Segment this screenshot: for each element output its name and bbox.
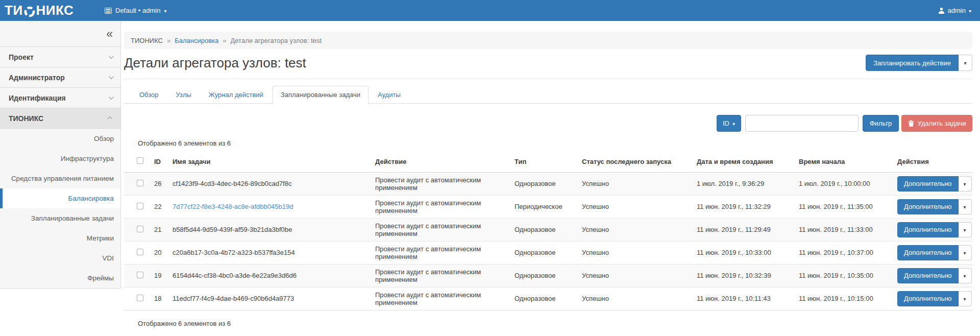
cell-type: Одноразовое [510, 264, 578, 287]
filter-field-dropdown[interactable]: ID ▾ [717, 115, 741, 132]
task-table-body: 26 cf1423f9-4cd3-4dec-b426-89cb0cad7f8c … [124, 172, 972, 310]
tab-label[interactable]: Запланированные задачи [273, 86, 369, 104]
more-actions-button[interactable]: Дополнительно [897, 199, 959, 214]
cell-id: 22 [150, 195, 168, 218]
user-name: admin [948, 7, 966, 14]
tab-журнал-действий[interactable]: Журнал действий [201, 86, 272, 104]
sidebar-item-балансировка[interactable]: Балансировка [0, 188, 120, 208]
project-context-dropdown[interactable]: Default • admin ▾ [105, 0, 166, 21]
search-input[interactable] [745, 115, 859, 132]
more-actions-button[interactable]: Дополнительно [897, 268, 959, 283]
cell-type: Одноразовое [510, 287, 578, 310]
sidebar-item-средства-управления-питанием[interactable]: Средства управления питанием [0, 169, 120, 188]
more-actions-button[interactable]: Дополнительно [897, 176, 959, 191]
breadcrumb-link[interactable]: Балансировка [175, 37, 218, 44]
panel-icon [105, 8, 112, 14]
cell-task-name: cf1423f9-4cd3-4dec-b426-89cb0cad7f8c [168, 172, 371, 195]
cell-task-name: 11edcf77-f4c9-4dae-b469-c90b6d4a9773 [168, 287, 371, 310]
items-count-top: Отображено 6 элементов из 6 [138, 139, 972, 147]
row-actions-split-button: Дополнительно ▾ [897, 176, 972, 191]
column-header-actions: Действия [893, 151, 972, 172]
more-actions-button[interactable]: Дополнительно [897, 222, 959, 237]
caret-down-icon: ▾ [964, 61, 966, 66]
logo-ring-icon [23, 5, 36, 17]
chevron-down-icon [109, 54, 114, 59]
sidebar-item-фреймы[interactable]: Фреймы [0, 268, 120, 288]
tab-label[interactable]: Аудиты [370, 86, 409, 104]
sidebar-item-vdi[interactable]: VDI [0, 248, 120, 268]
tab-обзор[interactable]: Обзор [131, 86, 167, 104]
breadcrumb-separator: » [223, 37, 226, 44]
tab-запланированные-задачи[interactable]: Запланированные задачи [273, 86, 369, 104]
logo-part: ТИ [5, 3, 23, 18]
cell-action: Провести аудит с автоматическим применен… [371, 195, 510, 218]
logo-part: НИКС [36, 3, 74, 18]
schedule-action-split-button: Запланировать действие ▾ [866, 55, 972, 71]
sidebar-item-запланированные-задачи[interactable]: Запланированные задачи [0, 208, 120, 228]
tab-label[interactable]: Узлы [168, 86, 200, 104]
row-actions-split-button: Дополнительно ▾ [897, 291, 972, 306]
cell-action: Провести аудит с автоматическим применен… [371, 241, 510, 264]
sidebar-section-идентификация[interactable]: Идентификация [0, 88, 120, 108]
caret-down-icon: ▾ [732, 122, 735, 127]
cell-status: Успешно [578, 218, 693, 241]
tab-label[interactable]: Обзор [131, 86, 167, 104]
sidebar-section-проект[interactable]: Проект [0, 47, 120, 67]
cell-status: Успешно [578, 264, 693, 287]
row-checkbox[interactable] [137, 180, 143, 186]
tab-узлы[interactable]: Узлы [168, 86, 200, 104]
more-actions-caret-button[interactable]: ▾ [959, 176, 972, 191]
breadcrumb-item: Детали агрегатора узлов: test [231, 37, 322, 44]
tab-label[interactable]: Журнал действий [201, 86, 272, 104]
chevron-down-icon [109, 74, 114, 79]
cell-id: 19 [150, 264, 168, 287]
more-actions-button[interactable]: Дополнительно [897, 245, 959, 260]
more-actions-caret-button[interactable]: ▾ [959, 245, 972, 260]
context-label: Default • admin [115, 7, 160, 14]
row-checkbox[interactable] [137, 295, 143, 301]
cell-task-name: 6154d44c-cf38-4bc0-a3de-6e22a9e3d6d6 [168, 264, 371, 287]
tabs-region: ОбзорУзлыЖурнал действийЗапланированные … [124, 86, 972, 132]
cell-type: Одноразовое [510, 218, 578, 241]
caret-down-icon: ▾ [164, 9, 166, 14]
task-name-link[interactable]: 7d77cf22-f8e3-4248-ac8e-afdbb045b19d [173, 203, 293, 210]
cell-id: 21 [150, 218, 168, 241]
caret-down-icon: ▾ [964, 274, 966, 279]
tab-аудиты[interactable]: Аудиты [370, 86, 409, 104]
more-actions-button[interactable]: Дополнительно [897, 291, 959, 306]
cell-created: 11 июн. 2019 г., 10:32:39 [693, 264, 795, 287]
sidebar-item-обзор[interactable]: Обзор [0, 129, 120, 149]
cell-started: 11 июн. 2019 г., 11:33:00 [795, 218, 893, 241]
sidebar-submenu: ОбзорИнфраструктураСредства управления п… [0, 129, 120, 288]
filter-button[interactable]: Фильтр [863, 115, 899, 132]
page-title: Детали агрегатора узлов: test [124, 55, 306, 71]
row-checkbox[interactable] [137, 272, 143, 278]
more-actions-caret-button[interactable]: ▾ [959, 268, 972, 283]
schedule-action-caret-button[interactable]: ▾ [959, 55, 972, 71]
items-count-bottom: Отображено 6 элементов из 6 [138, 320, 972, 327]
cell-status: Успешно [578, 195, 693, 218]
row-checkbox[interactable] [137, 249, 143, 255]
more-actions-caret-button[interactable]: ▾ [959, 291, 972, 306]
top-navbar: ТИОНИКС ТИНИКС Default • admin ▾ admin ▾ [0, 0, 980, 21]
sidebar-item-инфраструктура[interactable]: Инфраструктура [0, 149, 120, 169]
delete-tasks-button[interactable]: Удалить задачи [901, 115, 972, 132]
select-all-checkbox[interactable] [137, 157, 143, 164]
breadcrumb-item: ТИОНИКС [131, 37, 163, 44]
schedule-action-button[interactable]: Запланировать действие [866, 55, 959, 71]
sidebar-item-метрики[interactable]: Метрики [0, 228, 120, 248]
cell-status: Успешно [578, 241, 693, 264]
sidebar-collapse-button[interactable]: « [0, 21, 120, 47]
sidebar-section-тионикс[interactable]: ТИОНИКС [0, 108, 120, 129]
cell-created: 1 июл. 2019 г., 9:36:29 [693, 172, 795, 195]
cell-started: 11 июн. 2019 г., 11:35:00 [795, 195, 893, 218]
sidebar-section-администратор[interactable]: Администратор [0, 67, 120, 88]
filter-field-label: ID [723, 119, 729, 127]
user-menu[interactable]: admin ▾ [938, 0, 971, 21]
row-checkbox[interactable] [137, 226, 143, 232]
more-actions-caret-button[interactable]: ▾ [959, 199, 972, 214]
more-actions-caret-button[interactable]: ▾ [959, 222, 972, 237]
row-checkbox[interactable] [137, 203, 143, 209]
page-header: Детали агрегатора узлов: test Запланиров… [124, 49, 972, 79]
column-header-action: Действие [371, 151, 510, 172]
